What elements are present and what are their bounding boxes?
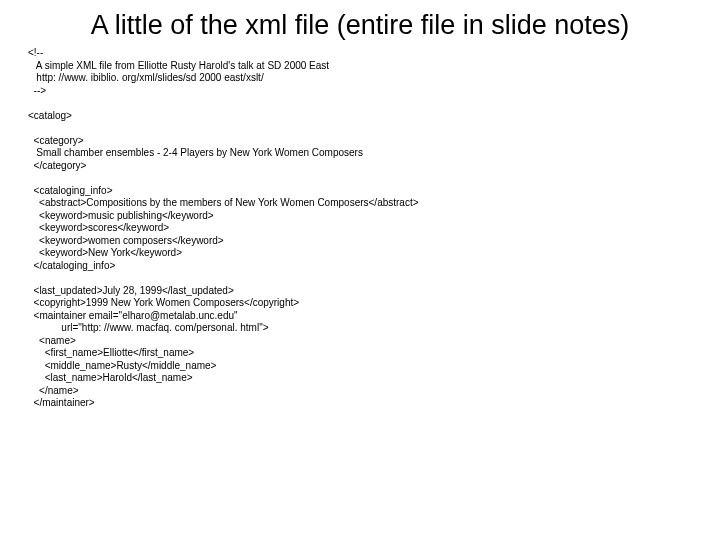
xml-code-block: <!-- A simple XML file from Elliotte Rus… [0, 47, 720, 410]
slide: A little of the xml file (entire file in… [0, 0, 720, 540]
slide-title: A little of the xml file (entire file in… [0, 0, 720, 47]
